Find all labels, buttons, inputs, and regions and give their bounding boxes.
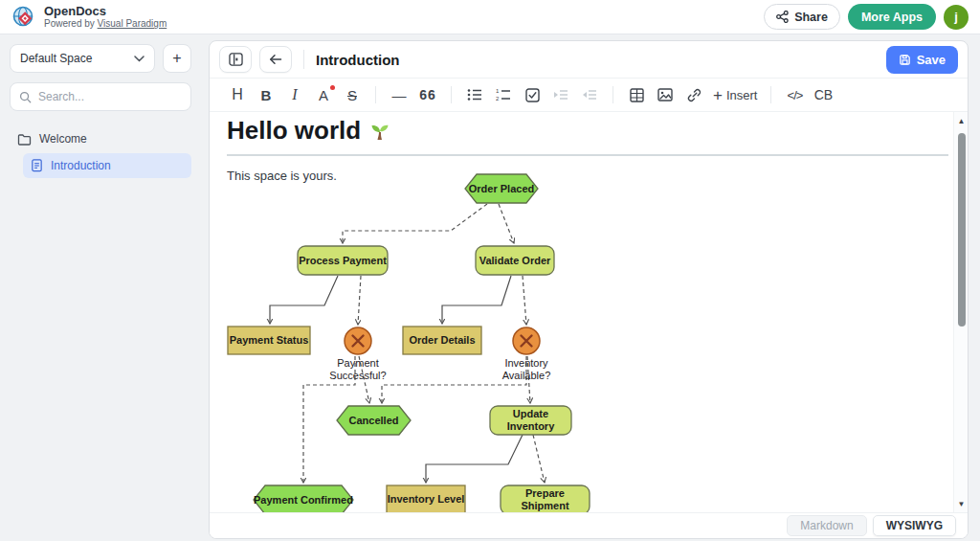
blockquote-button[interactable]: 66 <box>415 82 440 107</box>
page-tree: Welcome Introduction <box>10 126 191 178</box>
edge-updateinventory-inventorylevel <box>426 435 523 483</box>
node-payment-confirmed-label: Payment Confirmed <box>254 485 353 512</box>
share-icon <box>776 11 789 23</box>
page-title: Introduction <box>316 52 399 68</box>
sidebar: Default Space + Welcome Introduction <box>0 34 201 541</box>
document-panel: Introduction Save H B I A S — 66 12 <box>209 40 969 539</box>
app-name: OpenDocs <box>44 5 167 18</box>
toggle-sidebar-button[interactable] <box>219 46 252 73</box>
italic-button[interactable]: I <box>282 82 307 107</box>
node-update-inventory-label: Update Inventory <box>490 406 571 435</box>
node-validate-order-label: Validate Order <box>476 246 554 275</box>
document-icon <box>31 159 43 172</box>
svg-text:2: 2 <box>496 96 500 101</box>
user-avatar[interactable]: j <box>944 5 969 30</box>
more-apps-button[interactable]: More Apps <box>848 4 936 30</box>
panel-toggle-icon <box>229 53 243 66</box>
add-page-button[interactable]: + <box>163 44 191 73</box>
node-inventory-level-label: Inventory Level <box>387 485 465 512</box>
scroll-down-arrow[interactable]: ▼ <box>954 497 968 510</box>
back-button[interactable] <box>259 46 292 73</box>
editor-toolbar: H B I A S — 66 12 <box>210 78 968 112</box>
node-payment-status-label: Payment Status <box>228 327 310 354</box>
table-button[interactable] <box>624 82 649 107</box>
outdent-button <box>577 82 602 107</box>
scrollbar-thumb[interactable] <box>958 133 966 327</box>
divider <box>612 86 613 103</box>
powered-by: Powered by Visual Paradigm <box>44 18 167 29</box>
font-color-button[interactable]: A <box>311 82 336 107</box>
edge-orderplaced-validateorder <box>499 204 514 243</box>
edge-validateorder-orderdetails <box>442 276 511 324</box>
node-prepare-shipment-label: Prepare Shipment <box>501 485 590 512</box>
process-flow-diagram: Order Placed Process Payment Validate Or… <box>221 169 843 512</box>
divider <box>770 86 771 103</box>
image-button[interactable] <box>653 82 678 107</box>
top-app-bar: OpenDocs Powered by Visual Paradigm Shar… <box>0 0 980 34</box>
heading-rule <box>227 154 948 156</box>
share-button[interactable]: Share <box>764 4 840 30</box>
edge-processpayment-paymentgateway <box>358 276 361 325</box>
svg-text:1: 1 <box>496 88 500 94</box>
search-box <box>10 82 191 111</box>
visual-paradigm-link[interactable]: Visual Paradigm <box>98 18 167 29</box>
chevron-down-icon <box>134 56 145 62</box>
numbered-list-button[interactable]: 12 <box>491 82 516 107</box>
heading-button[interactable]: H <box>225 82 250 107</box>
editor-content[interactable]: Hello world This space is yours. <box>210 112 968 512</box>
visual-paradigm-logo-icon <box>11 5 36 30</box>
tab-wysiwyg[interactable]: WYSIWYG <box>873 515 956 536</box>
divider <box>375 86 376 103</box>
node-cancelled-label: Cancelled <box>337 406 411 435</box>
space-selector[interactable]: Default Space <box>10 44 155 73</box>
edge-updateinventory-prepareshipment <box>533 435 545 483</box>
brand: OpenDocs Powered by Visual Paradigm <box>11 5 167 30</box>
tab-markdown[interactable]: Markdown <box>787 515 866 536</box>
code-block-button[interactable]: CB <box>811 82 835 107</box>
node-process-payment-label: Process Payment <box>298 246 388 275</box>
divider <box>451 86 452 103</box>
gateway-payment-label: Payment Successful? <box>320 357 396 382</box>
divider <box>303 50 304 69</box>
bold-button[interactable]: B <box>254 82 278 107</box>
edge-processpayment-paymentstatus <box>270 276 338 324</box>
inline-code-button[interactable]: </> <box>782 82 807 107</box>
link-button[interactable] <box>681 82 706 107</box>
save-icon <box>899 54 911 66</box>
node-order-placed-label: Order Placed <box>465 174 538 203</box>
node-order-details-label: Order Details <box>403 327 481 354</box>
bullet-list-button[interactable] <box>462 82 487 107</box>
indent-button <box>548 82 573 107</box>
doc-heading: Hello world <box>227 116 948 146</box>
strikethrough-button[interactable]: S <box>340 82 365 107</box>
gateway-inventory-label: Inventory Available? <box>488 357 565 382</box>
arrow-left-icon <box>269 54 282 65</box>
editor-scrollbar: ▲ ▼ <box>953 112 968 512</box>
search-input[interactable] <box>38 90 187 103</box>
edge-orderplaced-processpayment <box>343 204 487 243</box>
diagram-canvas <box>221 169 843 512</box>
document-header: Introduction Save <box>210 41 968 78</box>
horizontal-rule-button[interactable]: — <box>387 82 412 107</box>
search-icon <box>19 91 32 103</box>
seedling-emoji-icon <box>368 120 391 143</box>
sidebar-item-welcome[interactable]: Welcome <box>10 126 191 151</box>
insert-button[interactable]: +Insert <box>710 82 760 107</box>
save-button[interactable]: Save <box>886 46 958 74</box>
folder-icon <box>17 133 32 146</box>
sidebar-item-introduction[interactable]: Introduction <box>23 153 191 178</box>
edge-validateorder-inventorygateway <box>523 276 526 325</box>
color-dot <box>330 85 335 90</box>
checklist-button[interactable] <box>520 82 545 107</box>
scroll-up-arrow[interactable]: ▲ <box>954 114 968 127</box>
editor-mode-bar: Markdown WYSIWYG <box>210 512 968 538</box>
